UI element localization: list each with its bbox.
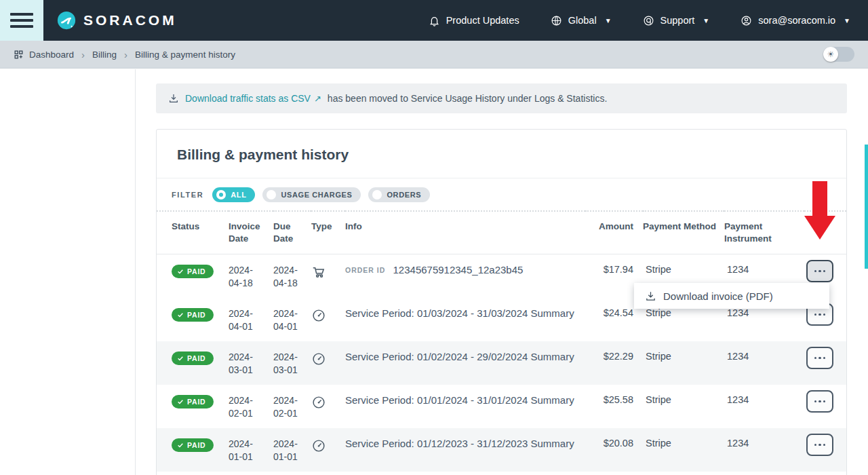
col-status: Status bbox=[157, 211, 229, 254]
nav-label: Global bbox=[568, 15, 597, 26]
status-label: PAID bbox=[187, 267, 206, 276]
invoice-date: 2024-01-01 bbox=[229, 438, 262, 463]
amount: $25.58 bbox=[585, 385, 643, 428]
top-nav: Product Updates Global ▼ Support ▼ sora@… bbox=[397, 15, 850, 26]
invoice-date: 2024-03-01 bbox=[229, 351, 262, 377]
status-label: PAID bbox=[187, 354, 206, 362]
red-arrow-annotation bbox=[812, 181, 827, 216]
info-text: Service Period: 01/03/2024 - 31/03/2024 … bbox=[345, 307, 574, 319]
check-icon bbox=[177, 268, 184, 275]
payment-instrument: 1234 bbox=[724, 428, 804, 472]
amount: $22.29 bbox=[585, 341, 643, 385]
download-csv-link[interactable]: Download traffic stats as CSV ↗ bbox=[185, 93, 321, 104]
due-date: 2024-01-01 bbox=[273, 438, 307, 463]
payment-method: Stripe bbox=[643, 472, 724, 475]
filter-option-all[interactable]: ALL bbox=[212, 187, 255, 202]
cart-icon bbox=[311, 265, 326, 280]
col-info: Info bbox=[345, 211, 585, 254]
row-actions-button[interactable] bbox=[806, 434, 833, 456]
red-arrow-head bbox=[804, 216, 835, 240]
scrollbar-thumb[interactable] bbox=[865, 145, 868, 269]
row-actions-button[interactable] bbox=[806, 260, 833, 282]
main-content: Download traffic stats as CSV ↗ has been… bbox=[136, 69, 868, 475]
download-icon bbox=[645, 290, 656, 302]
gauge-icon bbox=[311, 352, 326, 366]
row-actions-button[interactable] bbox=[806, 347, 833, 369]
col-invoice-date: Invoice Date bbox=[229, 211, 273, 254]
status-label: PAID bbox=[187, 311, 206, 319]
check-icon bbox=[177, 442, 184, 449]
nav-product-updates[interactable]: Product Updates bbox=[429, 15, 519, 26]
nav-support[interactable]: Support ▼ bbox=[643, 15, 710, 26]
check-icon bbox=[177, 355, 184, 362]
invoice-date: 2024-04-18 bbox=[229, 264, 262, 290]
filter-row: FILTER ALL USAGE CHARGES ORDERS bbox=[157, 178, 846, 210]
payment-instrument: 1234 bbox=[724, 385, 804, 428]
filter-option-orders[interactable]: ORDERS bbox=[368, 187, 430, 202]
breadcrumb-current-page: Billing & payment history bbox=[135, 50, 235, 60]
due-date: 2024-04-18 bbox=[273, 264, 307, 290]
due-date: 2024-03-01 bbox=[273, 351, 307, 377]
col-due-date: Due Date bbox=[273, 211, 311, 254]
external-link-icon: ↗ bbox=[314, 94, 321, 104]
filter-option-usage-charges[interactable]: USAGE CHARGES bbox=[262, 187, 361, 202]
breadcrumb: Dashboard › Billing › Billing & payment … bbox=[0, 41, 868, 69]
radio-icon bbox=[372, 190, 382, 200]
sidebar bbox=[0, 69, 136, 475]
filter-label: FILTER bbox=[172, 191, 203, 199]
chevron-down-icon: ▼ bbox=[703, 17, 709, 24]
table-row: PAID 2024-03-01 2024-03-01 Service Perio… bbox=[157, 341, 846, 385]
info-text: Service Period: 01/12/2023 - 31/12/2023 … bbox=[345, 438, 574, 449]
filter-option-label: ORDERS bbox=[387, 191, 421, 199]
download-icon bbox=[168, 93, 179, 104]
theme-toggle[interactable]: ☀ bbox=[823, 47, 854, 62]
hamburger-icon bbox=[10, 13, 33, 16]
breadcrumb-billing[interactable]: Billing bbox=[92, 50, 117, 60]
check-icon bbox=[177, 398, 184, 405]
col-amount: Amount bbox=[585, 211, 643, 254]
filter-option-label: USAGE CHARGES bbox=[281, 191, 352, 199]
soracom-logo[interactable]: SORACOM bbox=[57, 11, 177, 30]
breadcrumb-dashboard[interactable]: Dashboard bbox=[14, 50, 74, 60]
row-actions-dropdown[interactable]: Download invoice (PDF) bbox=[634, 283, 829, 309]
amount: $20.08 bbox=[585, 428, 643, 472]
download-csv-link-label: Download traffic stats as CSV bbox=[185, 93, 311, 104]
user-icon bbox=[741, 15, 752, 26]
hamburger-menu-button[interactable] bbox=[0, 0, 43, 41]
chevron-down-icon: ▼ bbox=[844, 17, 850, 24]
billing-table: Status Invoice Date Due Date Type Info A… bbox=[157, 210, 846, 475]
due-date: 2024-02-01 bbox=[273, 394, 307, 420]
nav-global[interactable]: Global ▼ bbox=[551, 15, 612, 26]
status-badge: PAID bbox=[172, 308, 214, 322]
row-actions-button[interactable] bbox=[806, 390, 833, 413]
table-row: PAID 2024-01-01 2024-01-01 Service Perio… bbox=[157, 428, 846, 472]
bell-icon bbox=[429, 15, 440, 26]
payment-method: Stripe bbox=[643, 385, 724, 428]
table-header-row: Status Invoice Date Due Date Type Info A… bbox=[157, 211, 846, 254]
invoice-date: 2024-02-01 bbox=[229, 394, 262, 420]
table-row: PAID 2024-02-01 2024-02-01 Service Perio… bbox=[157, 385, 846, 428]
chevron-right-icon: › bbox=[124, 50, 127, 60]
soracom-logo-icon bbox=[57, 11, 76, 30]
invoice-date: 2024-04-01 bbox=[229, 307, 262, 333]
status-label: PAID bbox=[187, 398, 206, 406]
breadcrumb-label: Dashboard bbox=[29, 50, 74, 60]
radio-icon bbox=[216, 190, 226, 200]
sun-icon: ☀ bbox=[823, 47, 838, 62]
breadcrumb-label: Billing & payment history bbox=[135, 50, 235, 60]
status-badge: PAID bbox=[172, 395, 214, 408]
support-icon bbox=[643, 15, 654, 26]
nav-account[interactable]: sora@soracom.io ▼ bbox=[741, 15, 850, 26]
breadcrumb-label: Billing bbox=[92, 50, 117, 60]
page-title: Billing & payment history bbox=[177, 147, 826, 163]
status-label: PAID bbox=[187, 441, 206, 449]
radio-icon bbox=[267, 190, 276, 200]
status-badge: PAID bbox=[172, 265, 214, 278]
card-header: Billing & payment history bbox=[157, 130, 846, 178]
info-text: Service Period: 01/01/2024 - 31/01/2024 … bbox=[345, 394, 574, 406]
download-invoice-menu-item: Download invoice (PDF) bbox=[663, 290, 773, 302]
order-id-label: ORDER ID bbox=[345, 266, 385, 274]
status-badge: PAID bbox=[172, 352, 214, 365]
col-type: Type bbox=[311, 211, 345, 254]
nav-label: Product Updates bbox=[446, 15, 519, 26]
